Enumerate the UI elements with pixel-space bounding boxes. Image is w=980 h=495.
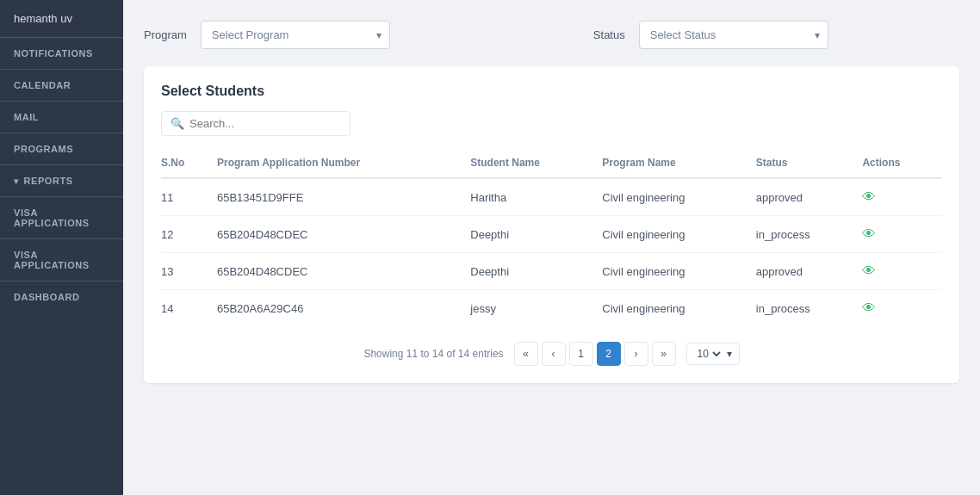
- cell-actions: 👁: [862, 178, 942, 216]
- cell-student-name: jessy: [470, 290, 602, 327]
- cell-app-number: 65B204D48CDEC: [217, 253, 470, 290]
- main-content: Program Select Program ▾ Status Select S…: [123, 0, 980, 495]
- view-icon[interactable]: 👁: [862, 189, 876, 204]
- sidebar-item-notifications[interactable]: NOTIFICATIONS: [0, 38, 123, 69]
- sidebar-item-programs[interactable]: PROGRAMS: [0, 133, 123, 164]
- students-table: S.No Program Application Number Student …: [161, 150, 942, 326]
- sidebar-item-mail[interactable]: MAIL: [0, 102, 123, 133]
- cell-status: approved: [756, 253, 863, 290]
- cell-sno: 11: [161, 178, 217, 216]
- table-row: 14 65B20A6A29C46 jessy Civil engineering…: [161, 290, 942, 327]
- pagination: Showing 11 to 14 of 14 entries « ‹ 1 2 ›…: [161, 342, 942, 366]
- status-filter-select-wrapper: Select Status ▾: [639, 21, 828, 49]
- cell-program-name: Civil engineering: [602, 178, 756, 216]
- pagination-page-2[interactable]: 2: [597, 342, 621, 366]
- cell-app-number: 65B20A6A29C46: [217, 290, 470, 327]
- card-title: Select Students: [161, 84, 942, 99]
- filter-bar: Program Select Program ▾ Status Select S…: [144, 21, 959, 49]
- chevron-down-icon: ▾: [14, 176, 19, 186]
- cell-sno: 13: [161, 253, 217, 290]
- cell-sno: 14: [161, 290, 217, 327]
- search-input[interactable]: [189, 117, 341, 130]
- status-select[interactable]: Select Status: [639, 21, 828, 49]
- search-bar: 🔍: [161, 111, 350, 136]
- pagination-page-1[interactable]: 1: [569, 342, 593, 366]
- students-card: Select Students 🔍 S.No Program Applicati…: [144, 66, 959, 383]
- per-page-select-wrapper: 10 25 50 ▾: [686, 343, 740, 365]
- view-icon[interactable]: 👁: [862, 263, 876, 278]
- sidebar-user: hemanth uv: [0, 0, 123, 37]
- program-filter-select-wrapper: Select Program ▾: [201, 21, 390, 49]
- sidebar-item-visa-applications-2[interactable]: VISA APPLICATIONS: [0, 239, 123, 281]
- view-icon[interactable]: 👁: [862, 300, 876, 315]
- pagination-last-button[interactable]: »: [652, 342, 676, 366]
- cell-app-number: 65B204D48CDEC: [217, 216, 470, 253]
- cell-actions: 👁: [862, 216, 942, 253]
- per-page-select[interactable]: 10 25 50: [694, 347, 723, 361]
- pagination-info: Showing 11 to 14 of 14 entries: [363, 348, 503, 360]
- pagination-first-button[interactable]: «: [514, 342, 538, 366]
- search-icon: 🔍: [171, 117, 184, 130]
- cell-actions: 👁: [862, 290, 942, 327]
- sidebar-item-dashboard[interactable]: Dashboard: [0, 282, 123, 312]
- col-sno: S.No: [161, 150, 217, 178]
- col-student-name: Student Name: [470, 150, 602, 178]
- cell-program-name: Civil engineering: [602, 290, 756, 327]
- table-row: 12 65B204D48CDEC Deepthi Civil engineeri…: [161, 216, 942, 253]
- table-row: 13 65B204D48CDEC Deepthi Civil engineeri…: [161, 253, 942, 290]
- sidebar-item-visa-applications-1[interactable]: VISA APPLICATIONS: [0, 197, 123, 238]
- cell-app-number: 65B13451D9FFE: [217, 178, 470, 216]
- col-app-number: Program Application Number: [217, 150, 470, 178]
- per-page-chevron-icon: ▾: [727, 348, 732, 360]
- cell-sno: 12: [161, 216, 217, 253]
- cell-student-name: Deepthi: [470, 253, 602, 290]
- program-filter-label: Program: [144, 28, 187, 41]
- sidebar-item-calendar[interactable]: CALENDAR: [0, 70, 123, 101]
- col-actions: Actions: [862, 150, 942, 178]
- cell-program-name: Civil engineering: [602, 253, 756, 290]
- cell-actions: 👁: [862, 253, 942, 290]
- col-status: Status: [756, 150, 863, 178]
- pagination-prev-button[interactable]: ‹: [542, 342, 566, 366]
- cell-status: in_process: [756, 290, 863, 327]
- program-select[interactable]: Select Program: [201, 21, 390, 49]
- sidebar-item-reports[interactable]: ▾ REPORTS: [0, 165, 123, 196]
- cell-student-name: Haritha: [470, 178, 602, 216]
- col-program-name: Program Name: [602, 150, 756, 178]
- sidebar: hemanth uv NOTIFICATIONS CALENDAR MAIL P…: [0, 0, 123, 495]
- cell-status: in_process: [756, 216, 863, 253]
- table-row: 11 65B13451D9FFE Haritha Civil engineeri…: [161, 178, 942, 216]
- cell-program-name: Civil engineering: [602, 216, 756, 253]
- cell-student-name: Deepthi: [470, 216, 602, 253]
- pagination-next-button[interactable]: ›: [624, 342, 648, 366]
- cell-status: approved: [756, 178, 863, 216]
- table-header-row: S.No Program Application Number Student …: [161, 150, 942, 178]
- status-filter-label: Status: [593, 28, 625, 41]
- view-icon[interactable]: 👁: [862, 226, 876, 241]
